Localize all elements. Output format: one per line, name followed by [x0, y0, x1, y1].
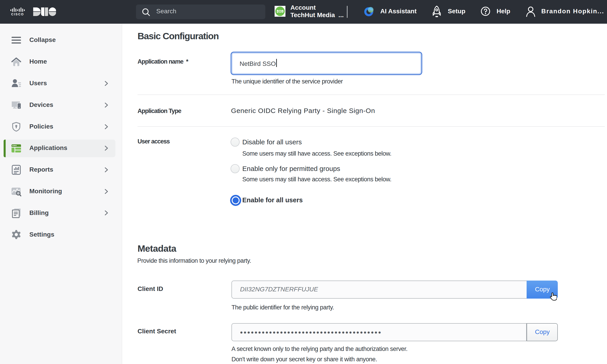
svg-text:CISCO: CISCO [11, 13, 24, 16]
